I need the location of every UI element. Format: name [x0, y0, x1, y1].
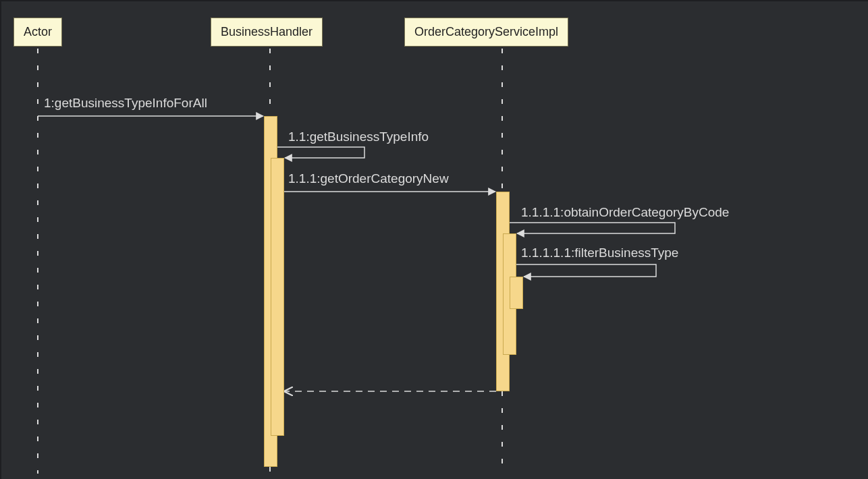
message-1-1-1-label: 1.1.1:getOrderCategoryNew — [288, 171, 449, 186]
message-1-1-1-1-selfcall — [510, 223, 675, 233]
message-1-1-1-1-1-label: 1.1.1.1.1:filterBusinessType — [521, 246, 678, 260]
message-1-label: 1:getBusinessTypeInfoForAll — [44, 96, 207, 111]
message-1-1-1-1-1-selfcall — [516, 264, 656, 277]
sequence-diagram-canvas: Actor BusinessHandler OrderCategoryServi… — [0, 0, 868, 479]
participant-order-category-service-impl: OrderCategoryServiceImpl — [404, 18, 568, 47]
message-1-1-1-1-label: 1.1.1.1:obtainOrderCategoryByCode — [521, 205, 729, 220]
message-1-1-label: 1.1:getBusinessTypeInfo — [288, 130, 429, 144]
participant-business-handler: BusinessHandler — [211, 18, 323, 47]
participant-actor: Actor — [13, 18, 62, 47]
activation-business-handler-self — [271, 158, 284, 436]
activation-ocsi-self-2 — [510, 277, 523, 309]
diagram-svg-overlay — [1, 1, 868, 479]
message-1-1-selfcall — [277, 147, 364, 158]
